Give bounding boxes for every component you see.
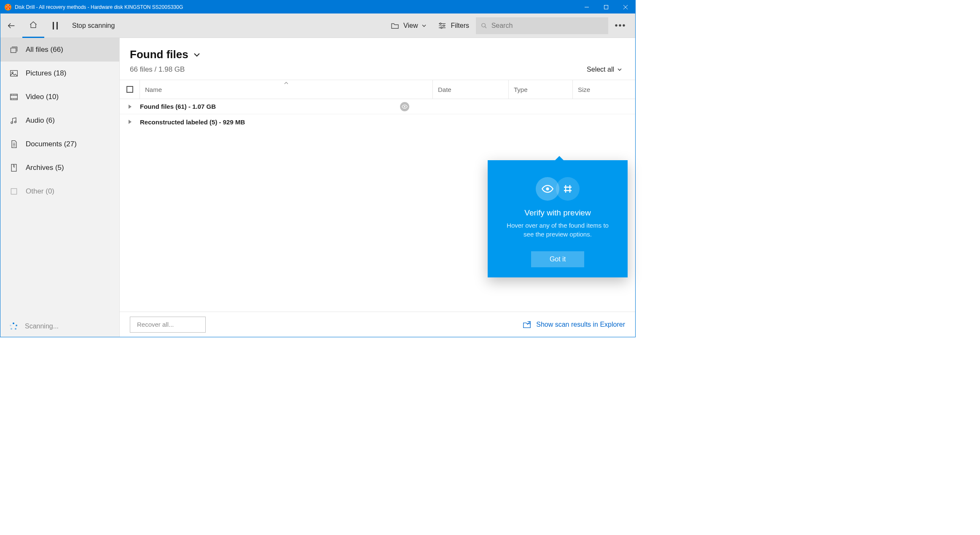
home-icon <box>29 21 38 29</box>
sliders-icon <box>438 22 446 29</box>
svg-point-3 <box>440 23 442 24</box>
svg-point-4 <box>443 25 445 27</box>
other-icon <box>10 187 18 196</box>
audio-icon <box>10 116 18 125</box>
sidebar-item-label: Audio (6) <box>26 116 55 125</box>
svg-rect-7 <box>11 48 16 53</box>
sidebar-item-archives[interactable]: Archives (5) <box>0 156 119 180</box>
scanning-status: Scanning... <box>0 316 119 337</box>
svg-point-11 <box>11 122 13 124</box>
got-it-button[interactable]: Got it <box>531 251 584 267</box>
chevron-down-icon[interactable] <box>193 53 200 57</box>
back-button[interactable] <box>0 13 22 38</box>
preview-tip-popover: Verify with preview Hover over any of th… <box>488 160 628 277</box>
back-arrow-icon <box>7 21 16 30</box>
svg-rect-2 <box>56 22 58 30</box>
explorer-link-label: Show scan results in Explorer <box>536 321 625 328</box>
column-name[interactable]: Name <box>140 80 433 99</box>
column-date[interactable]: Date <box>433 80 509 99</box>
svg-rect-14 <box>11 188 16 194</box>
column-type[interactable]: Type <box>509 80 573 99</box>
maximize-button[interactable] <box>596 0 616 13</box>
select-all-checkbox[interactable] <box>120 80 140 99</box>
svg-point-16 <box>546 188 549 191</box>
open-external-icon <box>523 321 531 328</box>
status-text: Scanning... <box>25 323 59 330</box>
select-all-dropdown[interactable]: Select all <box>587 66 625 73</box>
search-icon <box>481 22 487 29</box>
chevron-down-icon <box>422 24 426 27</box>
show-in-explorer-link[interactable]: Show scan results in Explorer <box>523 321 625 328</box>
app-icon: 🛟 <box>5 4 11 11</box>
sort-asc-icon <box>284 82 288 84</box>
folder-icon <box>391 22 399 29</box>
sidebar: All files (66) Pictures (18) Video (10) … <box>0 38 120 337</box>
filters-button[interactable]: Filters <box>433 17 474 34</box>
body: All files (66) Pictures (18) Video (10) … <box>0 38 635 337</box>
expand-caret-icon[interactable] <box>120 104 140 109</box>
sidebar-item-documents[interactable]: Documents (27) <box>0 132 119 156</box>
sidebar-item-label: Documents (27) <box>26 140 77 148</box>
maximize-icon <box>604 5 608 9</box>
stack-icon <box>10 46 18 54</box>
titlebar: 🛟 Disk Drill - All recovery methods - Ha… <box>0 0 635 13</box>
preview-eye-icon[interactable] <box>400 102 409 111</box>
table-row[interactable]: Reconstructed labeled (5) - 929 MB <box>120 114 635 129</box>
video-icon <box>10 93 18 101</box>
svg-rect-13 <box>11 164 16 172</box>
minimize-button[interactable] <box>577 0 596 13</box>
view-dropdown[interactable]: View <box>386 17 431 34</box>
documents-icon <box>10 140 18 148</box>
main-header: Found files 66 files / 1.98 GB Select al… <box>120 38 635 80</box>
home-button[interactable] <box>22 13 44 38</box>
hash-circle-icon <box>556 177 580 201</box>
sidebar-item-label: All files (66) <box>26 46 63 54</box>
sidebar-item-video[interactable]: Video (10) <box>0 85 119 109</box>
recover-all-button[interactable]: Recover all... <box>130 317 206 333</box>
footer: Recover all... Show scan results in Expl… <box>120 312 635 337</box>
popover-icons <box>496 177 619 201</box>
column-size[interactable]: Size <box>573 80 635 99</box>
pictures-icon <box>10 69 18 78</box>
close-icon <box>623 5 628 9</box>
spinner-icon <box>10 323 17 330</box>
more-button[interactable]: ••• <box>610 17 631 34</box>
svg-rect-1 <box>53 22 54 30</box>
expand-caret-icon[interactable] <box>120 119 140 124</box>
file-count-summary: 66 files / 1.98 GB <box>130 65 185 74</box>
popover-title: Verify with preview <box>496 208 619 218</box>
pause-button[interactable] <box>44 13 66 38</box>
view-label: View <box>403 22 418 30</box>
sidebar-item-all-files[interactable]: All files (66) <box>0 38 119 62</box>
app-window: 🛟 Disk Drill - All recovery methods - Ha… <box>0 0 636 337</box>
svg-point-6 <box>482 23 486 27</box>
toolbar: Stop scanning View Filters ••• <box>0 13 635 38</box>
sidebar-item-label: Video (10) <box>26 93 59 101</box>
svg-point-5 <box>441 27 443 29</box>
sidebar-item-other[interactable]: Other (0) <box>0 180 119 203</box>
select-all-label: Select all <box>587 66 614 73</box>
sidebar-item-audio[interactable]: Audio (6) <box>0 109 119 132</box>
svg-point-15 <box>404 106 405 108</box>
table-header: Name Date Type Size <box>120 80 635 99</box>
main-panel: Found files 66 files / 1.98 GB Select al… <box>120 38 635 337</box>
page-title: Found files <box>130 48 188 61</box>
close-button[interactable] <box>616 0 635 13</box>
sidebar-item-label: Pictures (18) <box>26 69 66 78</box>
table-row[interactable]: Found files (61) - 1.07 GB <box>120 99 635 114</box>
pause-icon <box>52 22 58 30</box>
row-label: Found files (61) - 1.07 GB <box>140 103 635 110</box>
popover-text: Hover over any of the found items to see… <box>496 221 619 239</box>
stop-scanning-button[interactable]: Stop scanning <box>66 13 121 38</box>
archives-icon <box>10 164 18 172</box>
minimize-icon <box>585 5 589 9</box>
filters-label: Filters <box>451 22 469 30</box>
svg-rect-0 <box>604 5 608 9</box>
sidebar-item-pictures[interactable]: Pictures (18) <box>0 62 119 85</box>
window-title: Disk Drill - All recovery methods - Hard… <box>15 4 183 10</box>
chevron-down-icon <box>618 68 622 71</box>
search-input[interactable] <box>491 22 603 30</box>
row-label: Reconstructed labeled (5) - 929 MB <box>140 118 635 126</box>
search-box[interactable] <box>476 17 608 34</box>
sidebar-item-label: Other (0) <box>26 187 54 196</box>
